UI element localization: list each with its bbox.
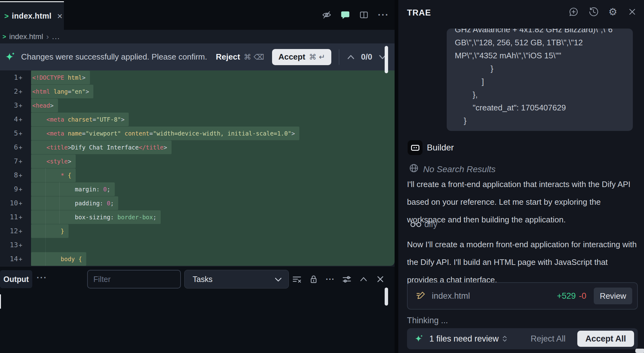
ai-sparkle-icon	[5, 52, 16, 62]
chevron-right-icon: ›	[46, 32, 49, 42]
assistant-message: I'll create a front-end application that…	[407, 176, 640, 229]
tool-call-icon	[410, 221, 423, 228]
breadcrumb-file[interactable]: index.html	[9, 32, 43, 41]
history-icon[interactable]	[588, 7, 598, 17]
close-panel-icon[interactable]	[627, 7, 637, 17]
additions-count: +529	[557, 291, 576, 301]
new-chat-icon[interactable]	[569, 7, 579, 17]
code-line[interactable]: 1+<!DOCTYPE html>	[0, 70, 395, 84]
chevron-down-icon	[275, 278, 282, 282]
tool-name[interactable]: dify	[424, 220, 437, 229]
changed-file-name: index.html	[432, 291, 470, 301]
accept-button[interactable]: Accept ⌘ ↵	[272, 49, 331, 65]
indent-guide	[45, 168, 46, 266]
review-button[interactable]: Review	[594, 288, 632, 304]
tool-result-code-block[interactable]: GHz Avalanche + 4x1.82 GHz Blizzard)\",\…	[447, 29, 633, 131]
accept-all-button[interactable]: Accept All	[577, 331, 634, 347]
settings-gear-icon[interactable]: ⚙	[608, 7, 617, 17]
close-panel-icon[interactable]	[376, 275, 385, 284]
more-actions-icon[interactable]: ···	[378, 10, 389, 20]
html-file-icon: >	[2, 33, 6, 40]
reject-shortcut-icons: ⌘ ⌫	[244, 53, 264, 61]
code-line[interactable]: 6+ <title>Dify Chat Interface</title>	[0, 140, 395, 154]
breadcrumb[interactable]: > index.html › ...	[0, 30, 395, 43]
line-number: 5+	[0, 126, 31, 140]
line-number: 11+	[0, 210, 31, 224]
tab-index-html[interactable]: > index.html ×	[0, 1, 64, 30]
line-number: 13+	[0, 238, 31, 252]
ai-sparkle-icon	[414, 334, 424, 343]
filter-settings-icon[interactable]	[342, 275, 351, 284]
prev-change-icon[interactable]	[347, 54, 355, 60]
search-status: No Search Results	[423, 164, 495, 174]
code-editor[interactable]: 1+<!DOCTYPE html>2+<html lang="en">3+<he…	[0, 70, 395, 266]
accept-shortcut-icons: ⌘ ↵	[309, 53, 325, 61]
breadcrumb-symbol[interactable]: ...	[52, 32, 60, 41]
editor-side: > index.html × ··· > index.html › ...	[0, 0, 395, 353]
output-more-icon[interactable]: ···	[326, 275, 335, 283]
code-line[interactable]: 8+ * {	[0, 168, 395, 182]
indent-guide	[59, 182, 60, 224]
accept-label: Accept	[278, 52, 305, 62]
reject-button[interactable]: Reject ⌘ ⌫	[216, 52, 264, 62]
tab-label: index.html	[12, 11, 51, 20]
lock-icon[interactable]	[309, 275, 318, 284]
reject-all-button[interactable]: Reject All	[530, 334, 566, 344]
filter-input[interactable]	[87, 270, 181, 288]
line-number: 7+	[0, 154, 31, 168]
edit-file-icon	[416, 291, 426, 301]
line-number: 1+	[0, 70, 31, 84]
line-number: 10+	[0, 196, 31, 210]
panel-title: TRAE	[407, 8, 431, 18]
line-number: 2+	[0, 84, 31, 98]
line-number: 12+	[0, 224, 31, 238]
line-number: 4+	[0, 112, 31, 126]
thinking-status: Thinking ...	[407, 316, 448, 325]
panel-actions: ⚙	[569, 7, 637, 17]
editor-lines: 1+<!DOCTYPE html>2+<html lang="en">3+<he…	[0, 70, 395, 266]
code-line[interactable]: 7+ <style>	[0, 154, 395, 168]
hide-preview-icon[interactable]	[322, 10, 331, 20]
scroll-indicator[interactable]	[635, 349, 644, 353]
output-tab[interactable]: Output	[0, 270, 32, 288]
clear-output-icon[interactable]	[292, 275, 302, 284]
editor-toolbar: ···	[322, 0, 389, 30]
panel-more-icon[interactable]: ···	[37, 273, 47, 282]
split-editor-icon[interactable]	[359, 10, 369, 20]
deletions-count: -0	[579, 291, 586, 301]
web-search-globe-icon	[409, 163, 419, 173]
changed-file-card[interactable]: index.html +529 -0 Review	[407, 282, 638, 310]
code-line[interactable]: 4+ <meta charset="UTF-8">	[0, 112, 395, 126]
selected-channel: Tasks	[193, 275, 212, 284]
output-channel-select[interactable]: Tasks	[184, 270, 289, 288]
line-number: 9+	[0, 182, 31, 196]
assistant-code-text: GHz Avalanche + 4x1.82 GHz Blizzard)\",\…	[447, 29, 633, 127]
collapse-panel-icon[interactable]	[359, 275, 368, 284]
divider	[339, 49, 339, 65]
code-line[interactable]: 3+<head>	[0, 98, 395, 112]
line-number: 14+	[0, 252, 31, 266]
output-panel: Output ··· Tasks ···	[0, 266, 395, 353]
editor-scrollbar[interactable]	[385, 46, 388, 73]
line-number: 6+	[0, 140, 31, 154]
code-line[interactable]: 12+ }	[0, 224, 395, 238]
tab-close-icon[interactable]: ×	[57, 11, 63, 21]
code-line[interactable]: 13+	[0, 238, 395, 252]
reject-label: Reject	[216, 52, 240, 62]
output-scrollbar[interactable]	[385, 288, 388, 306]
files-review-count: 1 files need review	[429, 334, 499, 344]
expand-collapse-icon[interactable]	[502, 335, 508, 342]
code-line[interactable]: 14+ body {	[0, 252, 395, 266]
review-summary-bar: 1 files need review Reject All Accept Al…	[407, 328, 638, 349]
assistant-message: Now I'll create a modern front-end appli…	[407, 236, 640, 289]
code-line[interactable]: 2+<html lang="en">	[0, 84, 395, 98]
html-file-icon: >	[4, 12, 9, 20]
inline-chat-icon[interactable]	[341, 10, 350, 20]
diff-status-message: Changes were successfully applied. Pleas…	[21, 52, 207, 62]
builder-agent-icon	[408, 140, 423, 155]
code-line[interactable]: 5+ <meta name="viewport" content="width=…	[0, 126, 395, 140]
line-number: 8+	[0, 168, 31, 182]
terminal-cursor	[0, 294, 1, 309]
change-counter: 0/0	[361, 52, 372, 62]
assistant-panel: TRAE ⚙ GHz Avalanche + 4x1.82 GHz Blizza…	[398, 0, 644, 353]
